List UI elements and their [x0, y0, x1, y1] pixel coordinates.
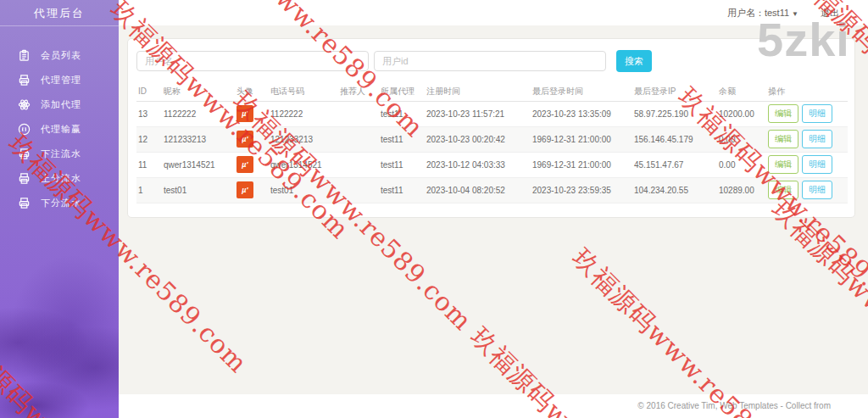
sidebar-item-agent-winlose[interactable]: 代理输赢 — [0, 117, 119, 142]
cell-actions: 编辑明细 — [766, 101, 848, 126]
cell-id: 12 — [136, 126, 162, 152]
detail-button[interactable]: 明细 — [802, 155, 832, 174]
cell-phone: qwer1314521 — [269, 152, 338, 177]
cell-reg-time: 2023-10-12 04:03:33 — [425, 152, 531, 177]
avatar: µ' — [236, 156, 253, 173]
col-reg-time: 注册时间 — [425, 82, 531, 101]
cell-actions: 编辑明细 — [766, 126, 848, 152]
cell-nickname: 1122222 — [162, 101, 235, 126]
sidebar-item-label: 会员列表 — [41, 49, 81, 62]
sidebar-item-label: 下注流水 — [41, 148, 81, 160]
broken-image-icon: µ' — [242, 135, 248, 143]
detail-button[interactable]: 明细 — [802, 104, 832, 123]
cell-id: 13 — [136, 101, 162, 126]
cell-balance: 0.00 — [717, 152, 766, 177]
cell-phone: 121233213 — [269, 126, 338, 152]
col-nickname: 昵称 — [162, 82, 235, 101]
app-window: 代理后台 会员列表 代理管理 添加代理 — [0, 0, 868, 418]
detail-button[interactable]: 明细 — [802, 130, 832, 148]
col-last-ip: 最后登录IP — [632, 82, 717, 101]
sidebar-item-deposit-records[interactable]: 上分流水 — [0, 166, 119, 191]
table-row: 11 qwer1314521 µ' qwer1314521 test11 202… — [136, 152, 848, 177]
col-actions: 操作 — [766, 82, 848, 101]
printer-icon — [18, 148, 31, 160]
cell-actions: 编辑明细 — [766, 177, 848, 203]
sidebar-item-label: 添加代理 — [41, 98, 81, 111]
search-bar: 搜索 — [136, 50, 846, 72]
sidebar-nav: 会员列表 代理管理 添加代理 代理输赢 — [0, 43, 119, 215]
username-input[interactable] — [136, 51, 369, 71]
sidebar-item-label: 代理管理 — [41, 74, 81, 86]
col-balance: 余额 — [717, 82, 766, 101]
cell-nickname: 121233213 — [162, 126, 235, 152]
atom-icon — [18, 98, 31, 111]
cell-balance: 0.00 — [717, 126, 766, 152]
cell-last-ip: 45.151.47.67 — [632, 152, 717, 177]
broken-image-icon: µ' — [242, 109, 248, 118]
cell-balance: 10200.00 — [717, 101, 766, 126]
edit-button[interactable]: 编辑 — [768, 104, 798, 123]
cell-nickname: qwer1314521 — [162, 152, 235, 177]
main-area: 用户名：test11▼ 退出 搜索 — [119, 0, 868, 418]
edit-button[interactable]: 编辑 — [768, 181, 798, 199]
printer-icon — [18, 197, 31, 209]
username-value: test11 — [765, 8, 789, 18]
search-button[interactable]: 搜索 — [616, 50, 652, 72]
table-header-row: ID 昵称 头像 电话号码 推荐人 所属代理 注册时间 最后登录时间 最后登录I… — [136, 82, 848, 101]
printer-icon — [18, 172, 31, 185]
cell-agent: test11 — [379, 101, 425, 126]
sidebar-item-label: 上分流水 — [41, 172, 81, 185]
cell-nickname: test01 — [162, 177, 235, 203]
cell-agent: test11 — [379, 152, 425, 177]
cell-last-login: 2023-10-23 23:59:35 — [531, 177, 632, 203]
col-last-login: 最后登录时间 — [531, 82, 632, 101]
chevron-down-icon: ▼ — [792, 10, 798, 18]
table-row: 1 test01 µ' test01 test11 2023-10-04 08:… — [136, 177, 848, 203]
detail-button[interactable]: 明细 — [802, 181, 832, 199]
cell-agent: test11 — [379, 126, 425, 152]
cell-reg-time: 2023-10-23 00:20:42 — [425, 126, 531, 152]
sidebar-item-bet-records[interactable]: 下注流水 — [0, 142, 119, 166]
cell-agent: test11 — [379, 177, 425, 203]
table-row: 13 1122222 µ' 1122222 test11 2023-10-23 … — [136, 101, 848, 126]
table-row: 12 121233213 µ' 121233213 test11 2023-10… — [136, 126, 848, 152]
broken-image-icon: µ' — [242, 160, 248, 169]
cell-reg-time: 2023-10-04 08:20:52 — [425, 177, 531, 203]
sidebar-item-add-agent[interactable]: 添加代理 — [0, 92, 119, 117]
avatar: µ' — [236, 181, 253, 198]
printer-icon — [18, 74, 31, 86]
member-table: ID 昵称 头像 电话号码 推荐人 所属代理 注册时间 最后登录时间 最后登录I… — [136, 82, 848, 203]
sidebar-item-withdraw-records[interactable]: 下分流水 — [0, 191, 119, 215]
cell-id: 11 — [136, 152, 162, 177]
edit-button[interactable]: 编辑 — [768, 155, 798, 174]
cell-actions: 编辑明细 — [766, 152, 848, 177]
userid-input[interactable] — [374, 51, 606, 71]
col-referrer: 推荐人 — [338, 82, 379, 101]
user-menu[interactable]: 用户名：test11▼ — [727, 7, 798, 20]
sidebar-item-label: 下分流水 — [41, 197, 81, 209]
avatar: µ' — [236, 131, 253, 148]
cell-referrer — [338, 126, 379, 152]
username-label: 用户名： — [727, 8, 765, 18]
cell-reg-time: 2023-10-23 11:57:21 — [425, 101, 531, 126]
sidebar-item-label: 代理输赢 — [41, 123, 81, 136]
col-phone: 电话号码 — [269, 82, 338, 101]
cell-phone: 1122222 — [269, 101, 338, 126]
member-list-card: 搜索 ID 昵称 头像 电话号码 推荐人 — [127, 38, 855, 218]
cell-avatar: µ' — [235, 177, 269, 203]
col-avatar: 头像 — [235, 82, 269, 101]
cell-referrer — [338, 177, 379, 203]
info-circle-icon — [18, 123, 31, 136]
logout-link[interactable]: 退出 — [821, 7, 839, 20]
footer: © 2016 Creative Tim, Web Templates - Col… — [119, 394, 868, 418]
clipboard-icon — [18, 49, 31, 62]
sidebar-item-agent-manage[interactable]: 代理管理 — [0, 68, 119, 92]
broken-image-icon: µ' — [242, 186, 248, 194]
edit-button[interactable]: 编辑 — [768, 130, 798, 148]
cell-avatar: µ' — [235, 152, 269, 177]
topbar: 用户名：test11▼ 退出 — [119, 0, 868, 25]
cell-last-ip: 58.97.225.190 — [632, 101, 717, 126]
cell-avatar: µ' — [235, 101, 269, 126]
cell-phone: test01 — [269, 177, 338, 203]
sidebar-item-member-list[interactable]: 会员列表 — [0, 43, 119, 68]
